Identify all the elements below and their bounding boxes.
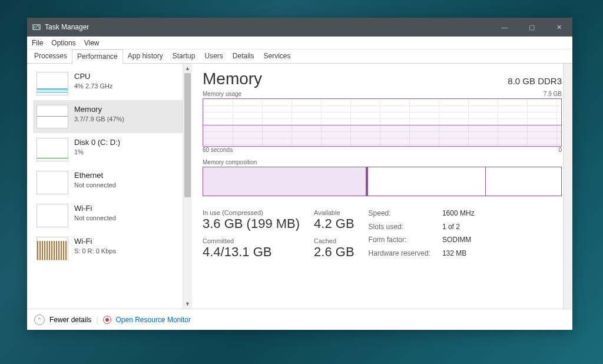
stat-label-available: Available — [314, 209, 354, 216]
app-icon — [32, 22, 41, 32]
page-title: Memory — [203, 70, 262, 88]
sidebar-item-wifi-1[interactable]: Wi-Fi Not connected — [33, 199, 183, 232]
chart-title: Memory usage — [203, 91, 241, 97]
sidebar-item-memory[interactable]: Memory 3.7/7.9 GB (47%) — [33, 100, 183, 133]
sidebar-item-label: Wi-Fi — [74, 237, 116, 247]
kv-speed-value: 1600 MHz — [442, 209, 475, 220]
sidebar-item-ethernet[interactable]: Ethernet Not connected — [33, 166, 183, 199]
scroll-up-icon[interactable]: ▲ — [183, 64, 192, 73]
menu-view[interactable]: View — [84, 39, 100, 47]
fewer-details-button[interactable]: Fewer details — [49, 316, 91, 324]
sidebar-item-sub: Not connected — [74, 214, 116, 222]
kv-form-label: Form factor: — [369, 236, 430, 247]
performance-sidebar: CPU 4% 2.73 GHz Memory 3.7/7.9 GB (47%) … — [27, 64, 192, 309]
footer: ⌃ Fewer details | Open Resource Monitor — [27, 309, 572, 330]
composition-standby — [368, 167, 486, 196]
kv-speed-label: Speed: — [369, 209, 430, 220]
sidebar-scrollbar[interactable]: ▲ ▼ — [183, 64, 192, 309]
chevron-up-icon[interactable]: ⌃ — [34, 315, 45, 325]
sidebar-item-label: Ethernet — [74, 171, 116, 181]
sidebar-item-disk[interactable]: Disk 0 (C: D:) 1% — [33, 133, 183, 166]
menubar: File Options View — [27, 37, 572, 49]
memory-sparkline-icon — [37, 105, 68, 128]
scroll-track[interactable] — [183, 73, 192, 299]
resource-monitor-icon — [103, 316, 111, 324]
cpu-sparkline-icon — [37, 72, 68, 95]
stat-value-available: 4.2 GB — [314, 216, 354, 231]
composition-chart-canvas — [203, 167, 562, 196]
main-scrollbar[interactable] — [563, 64, 572, 309]
disk-sparkline-icon — [37, 138, 68, 161]
kv-slots-value: 1 of 2 — [442, 223, 475, 234]
stat-label-committed: Committed — [203, 237, 300, 244]
chart-ymin: 0 — [558, 147, 562, 153]
sidebar-item-sub: 4% 2.73 GHz — [74, 82, 112, 90]
titlebar[interactable]: Task Manager — ▢ ✕ — [27, 18, 572, 37]
memory-composition-chart: Memory composition — [203, 159, 562, 196]
sidebar-item-wifi-2[interactable]: Wi-Fi S: 0 R: 0 Kbps — [33, 232, 183, 265]
kv-reserved-value: 132 MB — [442, 249, 475, 260]
task-manager-window: Task Manager — ▢ ✕ File Options View Pro… — [27, 18, 572, 330]
stat-value-cached: 2.6 GB — [314, 244, 354, 260]
tab-performance[interactable]: Performance — [72, 49, 123, 64]
composition-title: Memory composition — [203, 159, 257, 166]
window-title: Task Manager — [45, 23, 491, 31]
memory-usage-chart: Memory usage 7.9 GB 60 seconds 0 — [203, 91, 562, 154]
tab-processes[interactable]: Processes — [29, 49, 72, 63]
sidebar-item-sub: 3.7/7.9 GB (47%) — [74, 115, 124, 123]
scroll-thumb[interactable] — [184, 73, 191, 197]
sidebar-item-label: Wi-Fi — [74, 204, 116, 214]
footer-divider: | — [96, 316, 98, 324]
stat-label-cached: Cached — [314, 237, 354, 244]
sidebar-item-sub: 1% — [74, 148, 120, 156]
memory-kv-stats: Speed: 1600 MHz Slots used: 1 of 2 Form … — [369, 209, 475, 260]
stat-value-committed: 4.4/13.1 GB — [203, 244, 300, 260]
menu-file[interactable]: File — [32, 39, 43, 47]
memory-capacity: 8.0 GB DDR3 — [508, 76, 562, 88]
tabs: Processes Performance App history Startu… — [27, 49, 572, 64]
chart-ymax: 7.9 GB — [544, 91, 562, 97]
content-area: CPU 4% 2.73 GHz Memory 3.7/7.9 GB (47%) … — [27, 64, 572, 309]
wifi-sparkline-icon — [37, 204, 68, 227]
composition-free — [486, 167, 561, 196]
stat-value-in-use: 3.6 GB (199 MB) — [203, 216, 300, 231]
sidebar-item-label: Disk 0 (C: D:) — [74, 138, 120, 148]
open-resource-monitor-link[interactable]: Open Resource Monitor — [116, 316, 191, 324]
sidebar-item-sub: Not connected — [74, 181, 116, 189]
memory-stats: In use (Compressed) 3.6 GB (199 MB) Comm… — [203, 209, 562, 260]
ethernet-sparkline-icon — [37, 171, 68, 194]
sidebar-item-label: CPU — [74, 72, 112, 82]
tab-details[interactable]: Details — [228, 49, 259, 63]
kv-form-value: SODIMM — [442, 236, 475, 247]
memory-details-panel: Memory 8.0 GB DDR3 Memory usage 7.9 GB 6… — [192, 64, 572, 309]
wifi-sparkline-icon — [37, 237, 68, 260]
close-button[interactable]: ✕ — [545, 18, 572, 37]
tab-startup[interactable]: Startup — [168, 49, 200, 63]
tab-services[interactable]: Services — [259, 49, 296, 63]
chart-xleft: 60 seconds — [203, 147, 233, 153]
scroll-down-icon[interactable]: ▼ — [183, 299, 192, 309]
sidebar-item-cpu[interactable]: CPU 4% 2.73 GHz — [33, 67, 183, 100]
sidebar-item-sub: S: 0 R: 0 Kbps — [74, 247, 116, 255]
stat-label-in-use: In use (Compressed) — [203, 209, 300, 216]
sidebar-item-label: Memory — [74, 105, 124, 115]
usage-chart-canvas — [203, 98, 562, 147]
minimize-button[interactable]: — — [491, 18, 518, 37]
menu-options[interactable]: Options — [51, 39, 75, 47]
composition-in-use — [203, 167, 366, 196]
tab-users[interactable]: Users — [200, 49, 227, 63]
kv-reserved-label: Hardware reserved: — [369, 249, 430, 260]
tab-app-history[interactable]: App history — [123, 49, 168, 63]
sidebar-list[interactable]: CPU 4% 2.73 GHz Memory 3.7/7.9 GB (47%) … — [27, 64, 183, 309]
maximize-button[interactable]: ▢ — [518, 18, 545, 37]
kv-slots-label: Slots used: — [369, 223, 430, 234]
